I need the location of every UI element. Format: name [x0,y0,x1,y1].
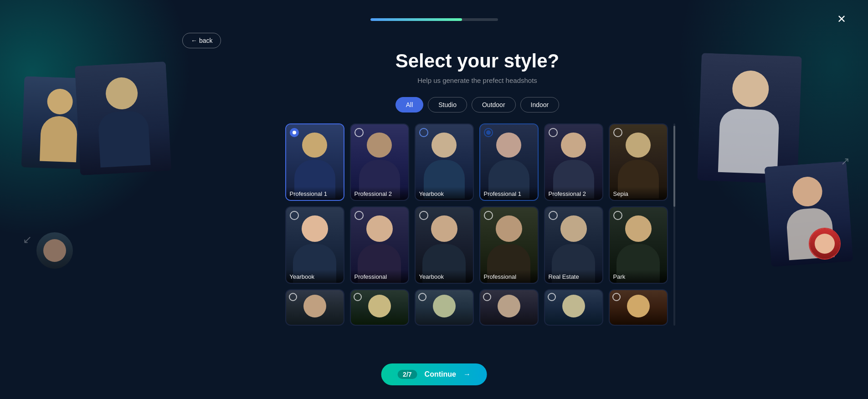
radio-row3-5[interactable] [548,293,556,301]
style-grid: Professional 1 Professional 2 [285,123,670,326]
scroll-track[interactable] [673,123,675,326]
radio-row3-3[interactable] [418,293,426,301]
card-label-professional-2: Professional 2 [351,187,408,200]
main-content: Select your style? Help us generate the … [178,50,777,326]
radio-yearbook-3[interactable] [419,211,428,220]
radio-row3-4[interactable] [483,293,491,301]
style-card-row3-4[interactable] [479,289,539,326]
card-label-professional-2-f: Professional 2 [545,187,602,200]
style-card-professional-2[interactable]: Professional 2 [350,123,409,201]
card-label-real-estate: Real Estate [545,270,602,283]
style-card-yearbook-1[interactable]: Yearbook [415,123,474,201]
style-card-professional-1[interactable]: Professional 1 [285,123,344,201]
card-label-professional-1: Professional 1 [286,187,344,200]
radio-yearbook-2[interactable] [290,211,299,220]
style-grid-wrapper: Professional 1 Professional 2 [285,123,670,326]
style-card-professional-1-f[interactable]: Professional 1 [479,123,539,201]
style-card-yearbook-3[interactable]: Yearbook [415,206,474,284]
radio-sepia[interactable] [613,128,622,137]
continue-button[interactable]: 2/7 Continue → [381,363,487,385]
card-label-sepia: Sepia [610,187,667,200]
style-card-row3-6[interactable] [609,289,668,326]
radio-row3-1[interactable] [289,293,297,301]
radio-professional-3[interactable] [354,211,364,220]
style-card-park[interactable]: Park [609,206,668,284]
radio-professional-1-f[interactable] [484,128,493,137]
radio-row3-2[interactable] [354,293,362,301]
page-title: Select your style? [395,50,559,72]
progress-bar [370,18,498,21]
card-label-yearbook-1: Yearbook [416,187,473,200]
card-label-professional-3: Professional [351,270,408,283]
radio-professional-1[interactable] [290,128,299,137]
style-card-yearbook-2[interactable]: Yearbook [285,206,344,284]
style-card-professional-3[interactable]: Professional [350,206,409,284]
radio-professional-2[interactable] [354,128,364,137]
continue-count: 2/7 [397,370,417,379]
continue-arrow: → [463,370,471,379]
card-label-yearbook-3: Yearbook [416,270,473,283]
card-label-park: Park [610,270,667,283]
progress-bar-fill [370,18,462,21]
back-button[interactable]: ← back [182,33,221,48]
close-button[interactable]: ✕ [833,11,850,27]
style-card-row3-1[interactable] [285,289,344,326]
scroll-thumb[interactable] [673,126,675,207]
style-card-professional-2-f[interactable]: Professional 2 [544,123,603,201]
filter-tab-outdoor[interactable]: Outdoor [472,97,516,113]
radio-yearbook-1[interactable] [419,128,428,137]
radio-park[interactable] [613,211,622,220]
continue-label: Continue [425,370,456,379]
filter-tabs: All Studio Outdoor Indoor [395,97,560,113]
style-card-real-estate[interactable]: Real Estate [544,206,603,284]
style-card-row3-5[interactable] [544,289,603,326]
radio-row3-6[interactable] [612,293,621,301]
filter-tab-studio[interactable]: Studio [428,97,467,113]
style-card-row3-3[interactable] [415,289,474,326]
left-arrow-deco: ↙ [23,233,32,246]
radio-real-estate[interactable] [549,211,558,220]
right-arrow-deco: ↗ [841,155,850,168]
filter-tab-indoor[interactable]: Indoor [520,97,560,113]
deco-left-photos: ↙ [23,64,169,269]
page-subtitle: Help us generate the prefect headshots [417,77,537,84]
style-card-professional-outdoor[interactable]: Professional [479,206,539,284]
filter-tab-all[interactable]: All [395,97,424,113]
radio-professional-outdoor[interactable] [484,211,493,220]
card-label-professional-outdoor: Professional [480,270,538,283]
card-label-yearbook-2: Yearbook [286,270,344,283]
radio-professional-2-f[interactable] [549,128,558,137]
card-label-professional-1-f: Professional 1 [480,187,538,200]
style-card-sepia[interactable]: Sepia [609,123,668,201]
style-card-row3-2[interactable] [350,289,409,326]
